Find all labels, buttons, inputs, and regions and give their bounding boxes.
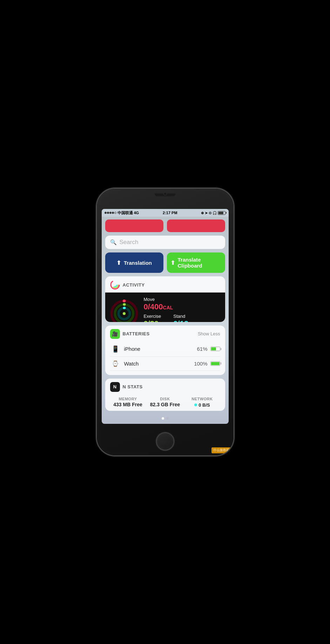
network-label: NETWORK <box>191 397 213 402</box>
headphone-icon: 🎧 <box>213 211 217 215</box>
exercise-col: Exercise 0/30MIN <box>144 314 167 322</box>
svg-point-10 <box>123 300 126 302</box>
exercise-label: Exercise <box>144 314 167 319</box>
network-up-dot <box>194 403 197 406</box>
translation-icon: ⬆ <box>116 259 121 266</box>
network-up-value: 0 B/S <box>198 402 210 408</box>
translation-buttons-row: ⬆ Translation ⬆ Translate Clipboard <box>105 252 225 273</box>
signal-dot-4 <box>112 212 114 214</box>
search-bar[interactable]: 🔍 Search <box>105 236 225 249</box>
translation-button[interactable]: ⬆ Translation <box>105 252 163 273</box>
nstats-header: N N STATS <box>105 379 225 395</box>
status-bar: 中国联通 4G 2:17 PM ⊕ ➤ ⊙ 🎧 <box>102 209 229 217</box>
batteries-header-left: 🎥 BATTERIES <box>110 329 150 339</box>
iphone-icon: 📱 <box>110 345 121 353</box>
phone-device: 中国联通 4G 2:17 PM ⊕ ➤ ⊙ 🎧 � <box>97 189 234 455</box>
activity-content: Move 0/400CAL Exercise 0/30MIN <box>105 293 225 322</box>
signal-dot-1 <box>105 212 107 214</box>
activity-widget-header: ACTIVITY <box>105 276 225 293</box>
battery-item-iphone: 📱 iPhone 61% <box>110 342 220 357</box>
batteries-widget-header: 🎥 BATTERIES Show Less <box>105 326 225 342</box>
status-right: ⊕ ➤ ⊙ 🎧 <box>201 211 225 215</box>
screen-content[interactable]: 🔍 Search ⬆ Translation ⬆ Translate Clipb… <box>102 217 229 424</box>
network-label: 4G <box>134 211 139 215</box>
page-dot-1[interactable] <box>162 417 164 420</box>
watch-name: Watch <box>124 361 194 367</box>
search-icon: 🔍 <box>110 239 117 245</box>
network-down-value: 0 B/S <box>209 410 220 411</box>
carrier-label: 中国联通 <box>117 210 133 216</box>
watermark: 什么值得买 <box>211 447 231 453</box>
watch-percent: 100% <box>194 361 207 367</box>
bluetooth-percent: 50% <box>197 375 207 375</box>
activity-icon <box>110 280 120 290</box>
red-button-right[interactable] <box>167 219 225 232</box>
iphone-percent: 61% <box>197 346 207 352</box>
status-left: 中国联通 4G <box>105 210 139 216</box>
watch-battery-bar <box>210 361 220 366</box>
top-buttons-row <box>105 219 225 232</box>
signal-dot-5 <box>114 212 116 214</box>
stand-label: Stand <box>173 314 197 319</box>
phone-screen: 中国联通 4G 2:17 PM ⊕ ➤ ⊙ 🎧 � <box>102 209 229 424</box>
translation-label: Translation <box>124 260 152 266</box>
network-down-row: 0 B/S <box>204 410 220 411</box>
svg-point-9 <box>123 312 126 315</box>
nstats-widget: N N STATS MEMORY 433 MB Free DISK <box>105 379 225 411</box>
batteries-icon: 🎥 <box>110 329 120 339</box>
nstats-icon: N <box>110 382 120 392</box>
activity-title: ACTIVITY <box>123 282 145 288</box>
signal-dots <box>105 212 116 214</box>
home-button[interactable] <box>156 432 174 451</box>
disk-value: 82.3 GB Free <box>147 402 183 407</box>
svg-point-2 <box>113 283 117 287</box>
activity-rings <box>110 300 138 322</box>
battery-item-bluetooth: ✱ Mi Bluetooth Audio Receiver 50% <box>110 371 220 375</box>
location-icon: ⊕ <box>201 211 204 215</box>
nstats-grid: MEMORY 433 MB Free DISK 82.3 GB Free NET… <box>110 397 220 408</box>
batteries-title: BATTERIES <box>123 331 150 336</box>
status-time: 2:17 PM <box>163 211 177 215</box>
battery-device-list: 📱 iPhone 61% ⌚ Watch 100% <box>105 342 225 375</box>
watch-icon: ⌚ <box>110 360 121 367</box>
exercise-stand-row: Exercise 0/30MIN Stand 0/12HRS <box>144 314 220 322</box>
signal-dot-2 <box>107 212 109 214</box>
stand-value: 0/12HRS <box>173 319 197 322</box>
gps-icon: ➤ <box>205 211 208 215</box>
activity-stats: Move 0/400CAL Exercise 0/30MIN <box>144 297 220 322</box>
alarm-icon: ⊙ <box>209 211 211 215</box>
search-placeholder-text: Search <box>120 239 139 246</box>
bluetooth-icon: ✱ <box>110 374 121 375</box>
move-value: 0/400CAL <box>144 302 220 311</box>
signal-dot-3 <box>109 212 112 214</box>
disk-label: DISK <box>147 397 183 402</box>
memory-col: MEMORY 433 MB Free <box>110 397 146 408</box>
page-dot-2[interactable] <box>166 417 169 420</box>
battery-item-watch: ⌚ Watch 100% <box>110 357 220 371</box>
watch-battery-fill <box>211 362 220 365</box>
activity-widget: ACTIVITY <box>105 276 225 322</box>
disk-col: DISK 82.3 GB Free <box>147 397 183 408</box>
memory-label: MEMORY <box>110 397 146 402</box>
stand-col: Stand 0/12HRS <box>173 314 197 322</box>
batteries-widget: 🎥 BATTERIES Show Less 📱 iPhone 61% <box>105 326 225 375</box>
iphone-name: iPhone <box>124 346 197 352</box>
iphone-battery-bar <box>210 347 220 351</box>
translate-clipboard-button[interactable]: ⬆ Translate Clipboard <box>167 252 225 273</box>
nstats-content: MEMORY 433 MB Free DISK 82.3 GB Free NET… <box>105 395 225 411</box>
phone-camera <box>163 192 167 196</box>
red-button-left[interactable] <box>105 219 163 232</box>
bluetooth-name: Mi Bluetooth Audio Receiver <box>124 375 197 375</box>
network-up-row: 0 B/S <box>194 402 210 408</box>
show-less-button[interactable]: Show Less <box>198 331 220 336</box>
move-label: Move <box>144 297 220 302</box>
memory-value: 433 MB Free <box>110 402 146 407</box>
network-col: NETWORK 0 B/S <box>184 397 220 408</box>
page-dots <box>105 414 225 421</box>
iphone-battery-fill <box>211 347 216 350</box>
battery-fill <box>218 212 223 214</box>
clipboard-icon: ⬆ <box>170 259 175 266</box>
nstats-bar-row: 0 B/S <box>110 408 220 411</box>
network-down-col: 0 B/S <box>204 410 220 411</box>
exercise-value: 0/30MIN <box>144 319 167 322</box>
